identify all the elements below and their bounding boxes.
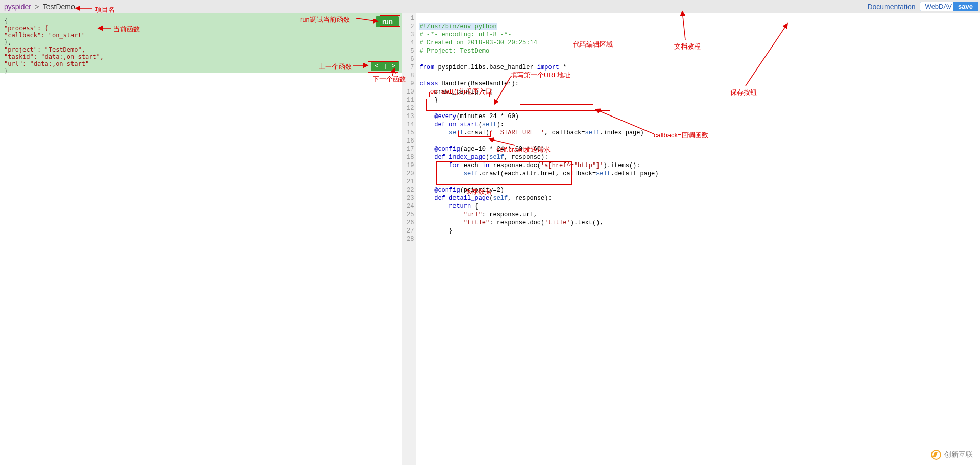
next-button[interactable]: > [388, 61, 399, 71]
code-line: # Created on 2018-03-30 20:25:14 [419, 39, 537, 46]
decorator: @config [419, 187, 460, 194]
kw: class [419, 80, 438, 87]
self: self [482, 121, 497, 128]
self: self [449, 129, 464, 136]
code-text: .index_page) [600, 129, 643, 136]
code-text: callback= [552, 129, 585, 136]
code-text: : response.url, [482, 211, 537, 218]
code-line: #!/usr/bin/env python [419, 23, 496, 30]
str: "title" [464, 219, 489, 226]
task-json-line: } [4, 67, 8, 75]
decorator: @every [419, 113, 456, 120]
documentation-link[interactable]: Documentation [867, 3, 915, 11]
code-text: { [471, 203, 478, 210]
code-text: ).items(): [604, 162, 640, 169]
code-line: } [419, 227, 452, 235]
code-text: .crawl( [464, 129, 489, 136]
fn: on_start [449, 121, 479, 128]
gutter: 1234567891011121314151617181920212223242… [402, 13, 416, 465]
code-text: ( [479, 121, 482, 128]
self: self [489, 154, 504, 161]
self: self [596, 170, 611, 177]
code-text: (priority=2) [460, 187, 504, 194]
code-text: (BaseHandler): [467, 80, 519, 87]
code-text: .crawl(each.attr.href, callback= [479, 170, 596, 177]
fn: index_page [449, 154, 486, 161]
self: self [464, 170, 479, 177]
str: "url" [464, 211, 482, 218]
prev-button[interactable]: < [371, 61, 383, 71]
code-text: (minutes=24 * 60) [456, 113, 518, 120]
task-json-line: "url": "data:,on_start" [4, 60, 89, 67]
str: '__START_URL__' [489, 129, 544, 136]
kw: def [419, 121, 449, 128]
self: self [493, 195, 508, 202]
run-button[interactable]: run [376, 16, 399, 27]
code-text: , response): [508, 195, 552, 202]
indent [419, 170, 463, 177]
breadcrumb: pyspider > TestDemo [4, 3, 75, 11]
code-text: * [559, 64, 566, 71]
code-text: (age=10 * 24 * 60 * 60) [460, 146, 545, 153]
kw: import [537, 64, 559, 71]
code-text: ).text(), [570, 219, 604, 226]
code-line: } [419, 97, 438, 104]
watermark-logo: 创新互联 [931, 450, 973, 460]
code-text: : response.doc( [489, 219, 544, 226]
indent [419, 219, 463, 226]
task-json-line: "callback": "on_start" [4, 32, 85, 39]
code-text: response.doc( [489, 162, 541, 169]
fn: detail_page [449, 195, 489, 202]
kw: in [482, 162, 489, 169]
self: self [585, 129, 600, 136]
left-panel: { "process": { "callback": "on_start" },… [0, 13, 402, 465]
kw: return [449, 203, 471, 210]
code-text: , [544, 129, 552, 136]
topbar: pyspider > TestDemo Documentation WebDAV… [0, 0, 980, 13]
task-json-line: { [4, 17, 8, 25]
kw: def [419, 195, 449, 202]
code-line: crawl_config = { [419, 88, 493, 96]
kw: def [419, 154, 449, 161]
right-panel: save 12345678910111213141516171819202122… [402, 13, 980, 465]
code-text: .detail_page) [611, 170, 659, 177]
kw: for [449, 162, 460, 169]
code-text: , response): [504, 154, 548, 161]
task-json-line: "taskid": "data:,on_start", [4, 53, 104, 60]
code-text: ): [497, 121, 504, 128]
code-line: # Project: TestDemo [419, 48, 489, 55]
save-button[interactable]: save [953, 2, 978, 11]
task-json-line: "project": "TestDemo", [4, 46, 85, 53]
breadcrumb-root[interactable]: pyspider [4, 3, 31, 11]
kw: from [419, 64, 434, 71]
nav-buttons: < | > [371, 61, 399, 71]
code-text: each [460, 162, 482, 169]
indent [419, 203, 449, 210]
logo-icon [931, 450, 941, 460]
decorator: @config [419, 146, 460, 153]
code-text: pyspider.libs.base_handler [434, 64, 537, 71]
task-panel: { "process": { "callback": "on_start" },… [0, 13, 402, 73]
str: 'a[href^="http"]' [541, 162, 603, 169]
code-line: # -*- encoding: utf-8 -*- [419, 31, 511, 38]
logo-text: 创新互联 [944, 450, 973, 459]
code-editor[interactable]: 1234567891011121314151617181920212223242… [402, 13, 980, 465]
code-area[interactable]: #!/usr/bin/env python # -*- encoding: ut… [416, 13, 980, 465]
str: 'title' [544, 219, 570, 226]
indent [419, 211, 463, 218]
task-json-line: }, [4, 39, 11, 46]
nav-divider: | [383, 61, 388, 71]
task-json-line: "process": { [4, 25, 49, 32]
indent [419, 129, 449, 136]
breadcrumb-project: TestDemo [43, 3, 75, 11]
code-text: Handler [438, 80, 467, 87]
indent [419, 162, 449, 169]
breadcrumb-sep: > [35, 3, 39, 11]
